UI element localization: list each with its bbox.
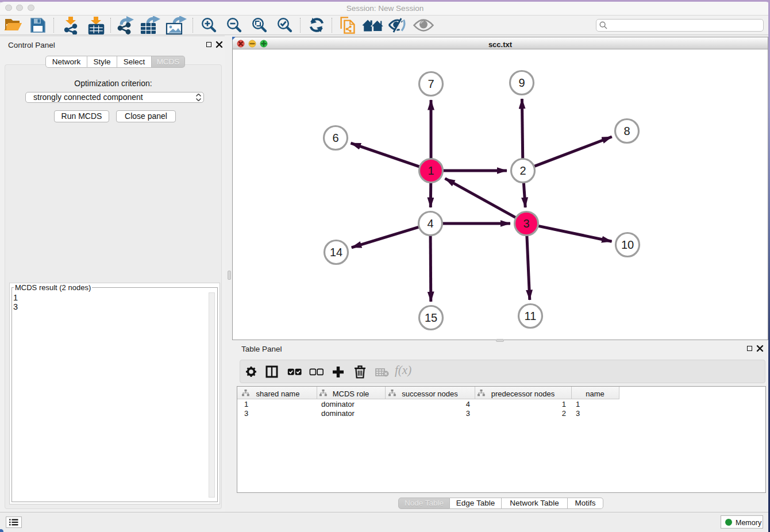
svg-text:15: 15 — [425, 311, 437, 324]
svg-text:10: 10 — [621, 238, 634, 251]
svg-text:2: 2 — [519, 164, 526, 177]
svg-text:3: 3 — [523, 217, 529, 230]
svg-text:8: 8 — [623, 125, 630, 137]
svg-text:6: 6 — [332, 132, 338, 144]
svg-text:7: 7 — [428, 78, 434, 90]
svg-text:14: 14 — [330, 246, 342, 259]
svg-text:4: 4 — [427, 217, 433, 230]
svg-text:9: 9 — [518, 76, 525, 89]
svg-text:11: 11 — [525, 310, 537, 322]
svg-text:1: 1 — [428, 164, 434, 177]
